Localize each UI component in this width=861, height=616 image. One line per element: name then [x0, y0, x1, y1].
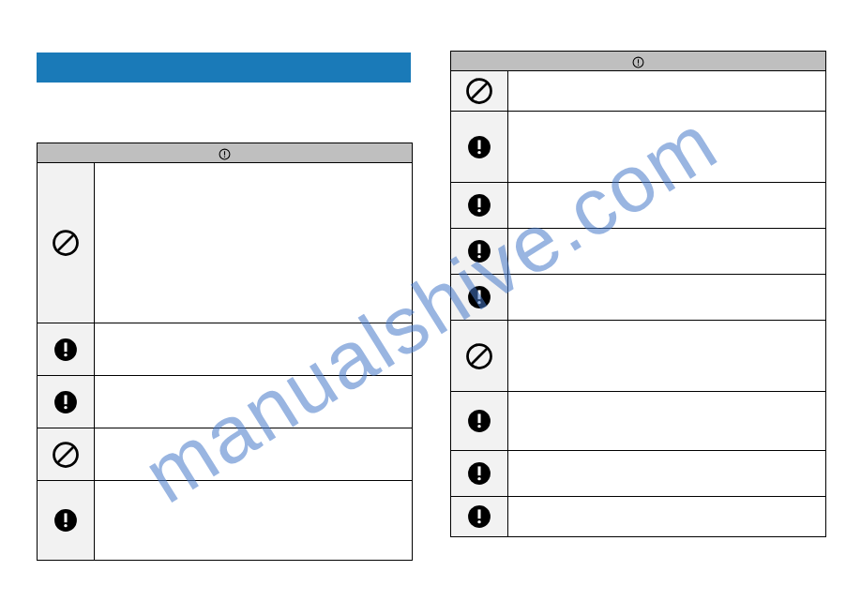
svg-point-43 — [477, 520, 480, 523]
svg-rect-39 — [477, 466, 480, 475]
content-cell — [508, 497, 825, 536]
exclaim-icon — [53, 508, 78, 533]
caution-table-left — [37, 143, 413, 561]
icon-cell — [451, 183, 508, 228]
svg-rect-14 — [64, 513, 67, 522]
svg-line-12 — [58, 446, 73, 461]
table-row — [38, 376, 412, 428]
content-cell — [508, 392, 825, 450]
table-body-right — [451, 71, 825, 536]
table-row — [451, 229, 825, 275]
prohibit-icon — [465, 77, 493, 105]
svg-line-34 — [472, 348, 487, 363]
exclaim-icon — [467, 193, 491, 218]
svg-point-32 — [477, 301, 480, 304]
content-cell — [508, 451, 825, 496]
exclaim-icon — [53, 338, 78, 362]
icon-cell — [38, 481, 95, 560]
content-cell — [508, 183, 825, 228]
svg-line-4 — [58, 235, 73, 250]
table-row — [451, 183, 825, 229]
prohibit-icon — [465, 342, 493, 370]
content-cell — [508, 229, 825, 274]
svg-rect-1 — [224, 151, 225, 155]
icon-cell — [38, 428, 95, 480]
icon-cell — [38, 376, 95, 428]
content-cell — [95, 163, 412, 323]
svg-rect-9 — [64, 395, 67, 404]
table-row — [451, 275, 825, 321]
svg-rect-17 — [638, 59, 639, 63]
svg-rect-28 — [477, 244, 480, 253]
exclaim-icon — [467, 285, 491, 309]
icon-cell — [451, 321, 508, 391]
icon-cell — [451, 275, 508, 320]
icon-cell — [451, 392, 508, 450]
svg-rect-42 — [477, 509, 480, 518]
page: manualshive.com — [0, 0, 861, 616]
table-header-right — [451, 52, 825, 71]
exclaim-icon — [467, 504, 491, 529]
svg-point-29 — [477, 255, 480, 258]
content-cell — [508, 275, 825, 320]
table-row — [451, 392, 825, 451]
icon-cell — [451, 71, 508, 111]
content-cell — [508, 71, 825, 111]
icon-cell — [451, 451, 508, 496]
icon-cell — [38, 323, 95, 375]
content-cell — [95, 481, 412, 560]
svg-point-2 — [224, 156, 225, 157]
svg-point-23 — [477, 150, 480, 153]
exclaim-circle-icon — [632, 56, 644, 68]
svg-point-10 — [64, 405, 67, 408]
svg-point-15 — [64, 524, 67, 527]
icon-cell — [38, 163, 95, 323]
content-cell — [508, 112, 825, 182]
exclaim-icon — [467, 409, 491, 433]
prohibit-icon — [52, 441, 80, 469]
content-cell — [508, 321, 825, 391]
exclaim-icon — [467, 135, 491, 159]
svg-rect-25 — [477, 198, 480, 207]
exclaim-icon — [467, 461, 491, 486]
table-row — [451, 497, 825, 536]
svg-rect-6 — [64, 342, 67, 352]
content-cell — [95, 323, 412, 375]
svg-point-18 — [638, 64, 639, 65]
content-cell — [95, 428, 412, 480]
icon-cell — [451, 229, 508, 274]
icon-cell — [451, 497, 508, 536]
svg-rect-31 — [477, 290, 480, 299]
table-body-left — [38, 163, 412, 560]
section-header-bar — [37, 53, 411, 83]
prohibit-icon — [52, 229, 80, 257]
content-cell — [95, 376, 412, 428]
table-row — [38, 428, 412, 481]
table-row — [451, 321, 825, 392]
svg-rect-22 — [477, 140, 480, 149]
table-row — [451, 112, 825, 183]
exclaim-icon — [53, 390, 78, 414]
svg-point-37 — [477, 425, 480, 428]
svg-point-26 — [477, 209, 480, 212]
svg-point-40 — [477, 477, 480, 480]
svg-line-20 — [472, 83, 487, 98]
exclaim-circle-icon — [219, 148, 231, 160]
table-row — [38, 163, 412, 323]
table-header-left — [38, 143, 412, 163]
icon-cell — [451, 112, 508, 182]
caution-table-right — [450, 51, 826, 537]
svg-rect-36 — [477, 413, 480, 423]
exclaim-icon — [467, 239, 491, 263]
table-row — [38, 481, 412, 560]
table-row — [38, 323, 412, 376]
table-row — [451, 71, 825, 112]
table-row — [451, 451, 825, 497]
svg-point-7 — [64, 353, 67, 355]
